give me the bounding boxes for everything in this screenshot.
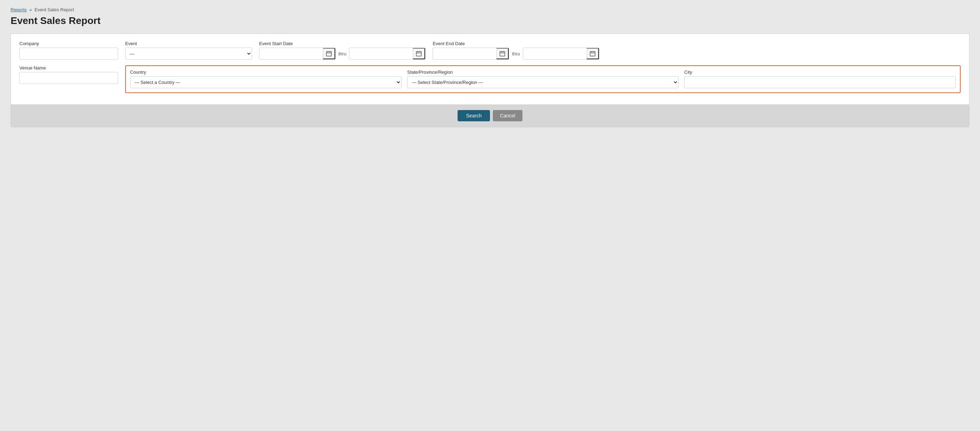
state-province-group: State/Province/Region — Select State/Pro… (407, 69, 679, 88)
event-start-date-label: Event Start Date (259, 41, 425, 46)
country-group: Country — Select a Country — (130, 69, 401, 88)
company-label: Company (19, 41, 118, 46)
event-start-date-end-input[interactable] (349, 48, 413, 59)
breadcrumb-current: Event Sales Report (35, 7, 74, 12)
calendar-icon (326, 51, 332, 56)
breadcrumb-reports-link[interactable]: Reports (11, 7, 27, 12)
svg-rect-8 (500, 51, 505, 56)
city-label: City (684, 69, 956, 75)
event-start-date-group: Event Start Date (259, 41, 425, 60)
event-end-date-range: thru (433, 48, 961, 60)
venue-name-group: Venue Name (19, 65, 118, 93)
city-group: City (684, 69, 956, 88)
breadcrumb: Reports » Event Sales Report (11, 7, 969, 12)
event-label: Event (125, 41, 252, 46)
country-region-group: Country — Select a Country — State/Provi… (125, 65, 961, 93)
event-end-date-calendar-button[interactable] (496, 48, 509, 59)
event-end-date-end-input[interactable] (523, 48, 587, 59)
svg-rect-0 (326, 51, 331, 56)
cancel-button[interactable]: Cancel (493, 110, 522, 121)
event-start-date-calendar-button[interactable] (323, 48, 335, 59)
event-start-date-input[interactable] (259, 48, 323, 59)
calendar-icon-4 (590, 51, 595, 56)
search-button[interactable]: Search (458, 110, 490, 121)
form-card: Company Event — Event Start Date (11, 34, 969, 127)
state-province-select[interactable]: — Select State/Province/Region — (407, 76, 679, 88)
page-title: Event Sales Report (11, 15, 969, 26)
event-group: Event — (125, 41, 252, 60)
event-end-date-input[interactable] (433, 48, 496, 59)
event-start-date-range: thru (259, 48, 425, 60)
form-footer: Search Cancel (11, 104, 969, 127)
page-container: Reports » Event Sales Report Event Sales… (0, 0, 980, 134)
event-end-date-group: Event End Date (433, 41, 961, 60)
event-end-date-end-input-wrapper (523, 48, 599, 60)
venue-name-label: Venue Name (19, 65, 118, 70)
end-date-thru-label: thru (511, 51, 521, 56)
form-body: Company Event — Event Start Date (11, 34, 969, 104)
calendar-icon-2 (416, 51, 422, 56)
form-row-2: Venue Name Country — Select a Country — … (19, 65, 961, 93)
company-group: Company (19, 41, 118, 60)
svg-rect-12 (590, 51, 595, 56)
svg-rect-4 (416, 51, 421, 56)
country-select[interactable]: — Select a Country — (130, 76, 401, 88)
venue-name-input[interactable] (19, 72, 118, 84)
event-start-date-end-calendar-button[interactable] (413, 48, 425, 59)
company-input[interactable] (19, 48, 118, 60)
start-date-thru-label: thru (337, 51, 348, 56)
event-select[interactable]: — (125, 48, 252, 60)
state-province-label: State/Province/Region (407, 69, 679, 75)
breadcrumb-separator: » (29, 7, 32, 12)
country-label: Country (130, 69, 401, 75)
event-start-date-end-input-wrapper (349, 48, 425, 60)
calendar-icon-3 (500, 51, 505, 56)
event-end-date-end-calendar-button[interactable] (587, 48, 599, 59)
form-row-1: Company Event — Event Start Date (19, 41, 961, 60)
event-end-date-input-wrapper (433, 48, 509, 60)
event-end-date-label: Event End Date (433, 41, 961, 46)
city-input[interactable] (684, 76, 956, 88)
event-start-date-input-wrapper (259, 48, 336, 60)
